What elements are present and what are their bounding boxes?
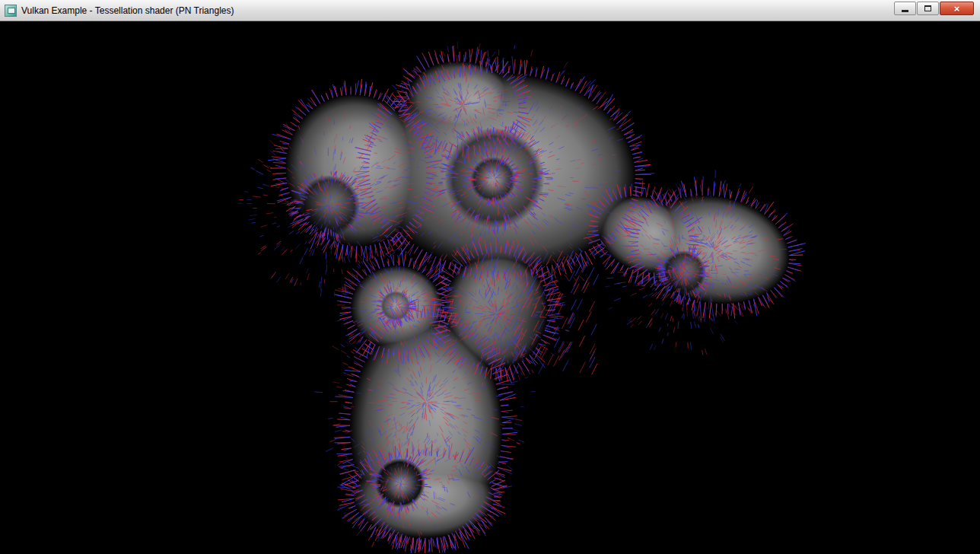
close-button[interactable]: × xyxy=(940,2,974,15)
app-icon[interactable] xyxy=(5,5,17,17)
minimize-button[interactable] xyxy=(894,2,916,15)
window-controls: × xyxy=(894,2,974,15)
close-icon: × xyxy=(954,4,960,14)
maximize-icon xyxy=(924,5,931,11)
title-bar[interactable]: Vulkan Example - Tessellation shader (PN… xyxy=(0,0,980,21)
minimize-icon xyxy=(902,10,908,12)
maximize-button[interactable] xyxy=(917,2,939,15)
viewport-canvas[interactable] xyxy=(0,21,980,553)
app-window: Vulkan Example - Tessellation shader (PN… xyxy=(0,0,980,554)
window-title: Vulkan Example - Tessellation shader (PN… xyxy=(21,5,234,16)
